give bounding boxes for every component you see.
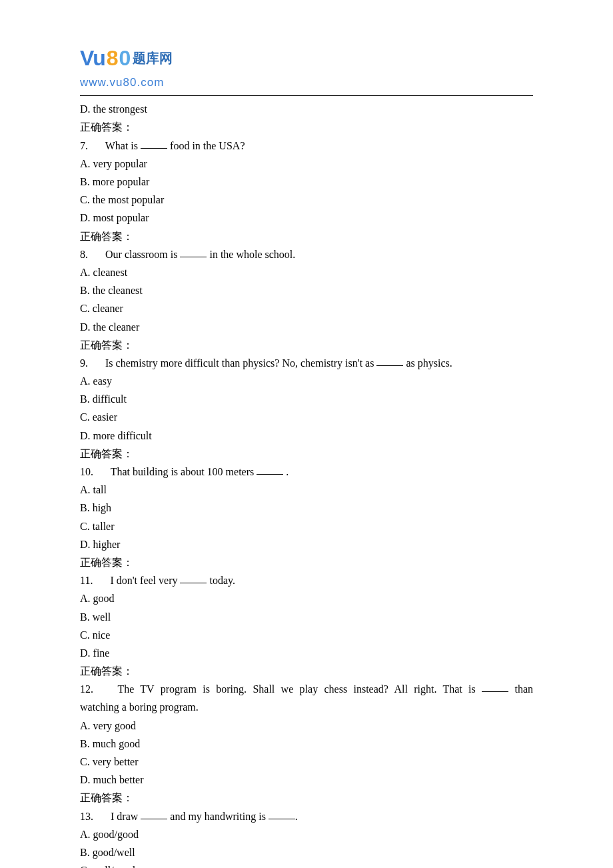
- question-12-stem-line2: watching a boring program.: [80, 698, 533, 716]
- question-10-option-d: D. higher: [80, 535, 533, 553]
- answer-label: 正确答案：: [80, 118, 533, 136]
- question-number: 7.: [80, 140, 88, 151]
- stem-text-mid: and my handwriting is: [167, 811, 269, 822]
- logo-text-0: 0: [119, 40, 131, 76]
- question-7-option-d: D. most popular: [80, 209, 533, 227]
- answer-label: 正确答案：: [80, 336, 533, 354]
- stem-text-after: in the whole school.: [207, 249, 295, 260]
- question-12-option-d: D. much better: [80, 771, 533, 789]
- answer-label: 正确答案：: [80, 445, 533, 463]
- question-9-stem: 9. Is chemistry more difficult than phys…: [80, 354, 533, 372]
- question-13-stem: 13. I draw and my handwriting is .: [80, 807, 533, 825]
- question-13-option-a: A. good/good: [80, 825, 533, 843]
- stem-text-after: today.: [207, 575, 235, 586]
- answer-label: 正确答案：: [80, 553, 533, 571]
- question-number: 12.: [80, 683, 93, 695]
- logo-text-vu: Vu: [80, 40, 105, 76]
- blank-icon: [180, 573, 207, 583]
- question-12-option-a: A. very good: [80, 717, 533, 735]
- question-10-stem: 10. That building is about 100 meters .: [80, 463, 533, 481]
- question-11-option-a: A. good: [80, 589, 533, 607]
- question-12-option-b: B. much good: [80, 735, 533, 753]
- question-9-option-a: A. easy: [80, 372, 533, 390]
- blank-icon: [141, 809, 167, 819]
- question-8-option-b: B. the cleanest: [80, 281, 533, 299]
- blank-icon: [180, 247, 207, 257]
- stem-text-after-blank: than: [508, 683, 533, 695]
- question-10-option-a: A. tall: [80, 481, 533, 499]
- stem-text-before: The TV program is boring. Shall we play …: [117, 683, 482, 695]
- blank-icon: [141, 138, 167, 149]
- question-8-option-a: A. cleanest: [80, 263, 533, 281]
- question-10-option-c: C. taller: [80, 517, 533, 535]
- stem-text-before: That building is about 100 meters: [111, 466, 257, 477]
- question-number: 13.: [80, 811, 93, 822]
- question-number: 8.: [80, 249, 88, 260]
- question-12-option-c: C. very better: [80, 753, 533, 771]
- question-7-option-c: C. the most popular: [80, 191, 533, 209]
- question-7-stem: 7. What is food in the USA?: [80, 137, 533, 155]
- question-11-stem: 11. I don't feel very today.: [80, 571, 533, 589]
- question-9-option-c: C. easier: [80, 408, 533, 426]
- stem-text-after: as physics.: [403, 357, 452, 369]
- question-9-option-b: B. difficult: [80, 390, 533, 408]
- blank-icon: [482, 681, 508, 692]
- answer-label: 正确答案：: [80, 789, 533, 807]
- question-8-stem: 8. Our classroom is in the whole school.: [80, 245, 533, 263]
- question-13-option-c: C. well/good: [80, 861, 533, 868]
- logo-text-8: 8: [107, 40, 118, 76]
- question-7-option-b: B. more popular: [80, 173, 533, 191]
- question-number: 11.: [80, 575, 93, 586]
- answer-label: 正确答案：: [80, 227, 533, 245]
- question-9-option-d: D. more difficult: [80, 427, 533, 445]
- question-8-option-d: D. the cleaner: [80, 318, 533, 336]
- answer-label: 正确答案：: [80, 662, 533, 680]
- site-logo: Vu80 题库网 www.vu80.com: [80, 40, 533, 93]
- blank-icon: [376, 355, 403, 366]
- stem-text-before: I don't feel very: [110, 575, 180, 586]
- logo-url: www.vu80.com: [80, 73, 533, 93]
- blank-icon: [269, 809, 295, 819]
- blank-icon: [257, 464, 283, 475]
- stem-text-before: I draw: [111, 811, 141, 822]
- stem-text-before: Is chemistry more difficult than physics…: [105, 357, 376, 369]
- question-11-option-d: D. fine: [80, 644, 533, 662]
- question-11-option-c: C. nice: [80, 626, 533, 644]
- question-13-option-b: B. good/well: [80, 843, 533, 861]
- question-number: 10.: [80, 466, 93, 477]
- question-number: 9.: [80, 357, 88, 369]
- stem-text-before: What is: [105, 140, 141, 151]
- question-8-option-c: C. cleaner: [80, 299, 533, 317]
- logo-cn-text: 题库网: [133, 47, 173, 69]
- stem-text-after: .: [283, 466, 289, 477]
- logo-graphic: Vu80 题库网: [80, 40, 533, 76]
- stem-text-after: food in the USA?: [167, 140, 245, 151]
- header-divider: [80, 95, 533, 96]
- question-11-option-b: B. well: [80, 608, 533, 626]
- question-7-option-a: A. very popular: [80, 155, 533, 173]
- question-12-stem-line1: 12. The TV program is boring. Shall we p…: [80, 680, 533, 698]
- question-10-option-b: B. high: [80, 499, 533, 517]
- stem-text-after: .: [295, 811, 298, 822]
- stem-text-before: Our classroom is: [105, 249, 180, 260]
- prev-question-option-d: D. the strongest: [80, 100, 533, 118]
